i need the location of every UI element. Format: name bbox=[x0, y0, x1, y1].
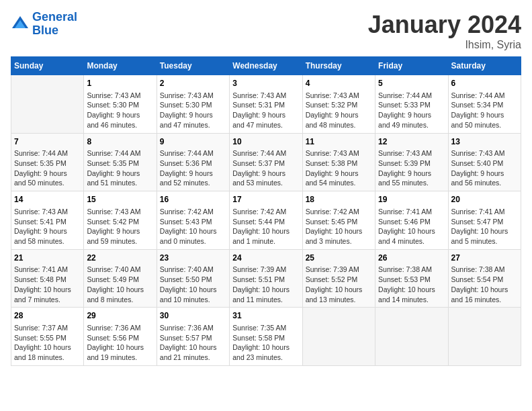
calendar-cell bbox=[448, 308, 521, 366]
cell-detail: and 8 minutes. bbox=[87, 295, 153, 305]
header-cell-sunday: Sunday bbox=[11, 57, 84, 75]
calendar-cell: 13Sunrise: 7:43 AMSunset: 5:40 PMDayligh… bbox=[448, 133, 521, 191]
cell-detail: Sunset: 5:38 PM bbox=[306, 158, 372, 169]
cell-detail: Sunrise: 7:42 AM bbox=[232, 207, 299, 217]
cell-detail: Sunrise: 7:44 AM bbox=[232, 148, 299, 158]
cell-detail: Sunrise: 7:42 AM bbox=[306, 207, 372, 217]
day-number: 4 bbox=[306, 78, 372, 89]
cell-detail: and 50 minutes. bbox=[14, 178, 81, 188]
cell-detail: Sunset: 5:47 PM bbox=[451, 217, 518, 227]
cell-detail: and 51 minutes. bbox=[87, 178, 153, 188]
cell-detail: and 58 minutes. bbox=[14, 236, 81, 246]
day-number: 9 bbox=[160, 136, 226, 148]
day-number: 26 bbox=[378, 253, 445, 264]
day-number: 18 bbox=[306, 194, 372, 205]
calendar-cell: 9Sunrise: 7:44 AMSunset: 5:36 PMDaylight… bbox=[157, 133, 229, 191]
cell-detail: Sunrise: 7:39 AM bbox=[306, 265, 372, 275]
cell-detail: and 5 minutes. bbox=[451, 236, 518, 246]
cell-detail: Sunset: 5:32 PM bbox=[306, 100, 372, 110]
header-cell-tuesday: Tuesday bbox=[157, 57, 229, 75]
cell-detail: Daylight: 10 hours bbox=[14, 285, 81, 295]
header-cell-monday: Monday bbox=[84, 57, 157, 75]
calendar-cell: 14Sunrise: 7:43 AMSunset: 5:41 PMDayligh… bbox=[11, 191, 84, 250]
calendar-cell: 3Sunrise: 7:43 AMSunset: 5:31 PMDaylight… bbox=[230, 75, 302, 134]
calendar-cell: 2Sunrise: 7:43 AMSunset: 5:30 PMDaylight… bbox=[157, 75, 229, 134]
cell-detail: Sunset: 5:35 PM bbox=[14, 158, 81, 169]
header: General Blue January 2024 Ihsim, Syria bbox=[11, 11, 521, 51]
cell-detail: Sunrise: 7:38 AM bbox=[451, 265, 518, 275]
cell-detail: Sunset: 5:46 PM bbox=[378, 217, 445, 227]
cell-detail: Daylight: 10 hours bbox=[160, 285, 226, 295]
day-number: 31 bbox=[232, 310, 299, 322]
week-row-1: 1Sunrise: 7:43 AMSunset: 5:30 PMDaylight… bbox=[11, 75, 521, 134]
cell-detail: Daylight: 9 hours bbox=[306, 110, 372, 120]
day-number: 5 bbox=[378, 78, 445, 89]
cell-detail: Sunrise: 7:44 AM bbox=[14, 148, 81, 158]
week-row-2: 7Sunrise: 7:44 AMSunset: 5:35 PMDaylight… bbox=[11, 133, 521, 191]
cell-detail: Sunset: 5:42 PM bbox=[87, 217, 153, 227]
cell-detail: Sunrise: 7:37 AM bbox=[14, 323, 81, 333]
calendar-cell: 27Sunrise: 7:38 AMSunset: 5:54 PMDayligh… bbox=[448, 249, 521, 308]
cell-detail: and 59 minutes. bbox=[87, 236, 153, 246]
cell-detail: Daylight: 9 hours bbox=[232, 110, 299, 120]
cell-detail: Sunrise: 7:41 AM bbox=[378, 207, 445, 217]
cell-detail: Sunrise: 7:44 AM bbox=[378, 91, 445, 101]
cell-detail: Sunset: 5:34 PM bbox=[451, 100, 518, 110]
cell-detail: and 55 minutes. bbox=[378, 178, 445, 188]
calendar-cell: 5Sunrise: 7:44 AMSunset: 5:33 PMDaylight… bbox=[375, 75, 448, 134]
cell-detail: Daylight: 9 hours bbox=[160, 169, 226, 179]
header-cell-friday: Friday bbox=[375, 57, 448, 75]
cell-detail: Daylight: 10 hours bbox=[160, 226, 226, 236]
cell-detail: and 4 minutes. bbox=[378, 236, 445, 246]
day-number: 2 bbox=[160, 78, 226, 89]
day-number: 3 bbox=[232, 78, 299, 89]
header-row: SundayMondayTuesdayWednesdayThursdayFrid… bbox=[11, 57, 521, 75]
calendar-cell: 22Sunrise: 7:40 AMSunset: 5:49 PMDayligh… bbox=[84, 249, 157, 308]
header-cell-wednesday: Wednesday bbox=[230, 57, 302, 75]
header-cell-thursday: Thursday bbox=[302, 57, 375, 75]
cell-detail: and 21 minutes. bbox=[160, 353, 226, 363]
day-number: 21 bbox=[14, 253, 81, 264]
calendar-cell: 6Sunrise: 7:44 AMSunset: 5:34 PMDaylight… bbox=[448, 75, 521, 134]
day-number: 30 bbox=[160, 310, 226, 322]
cell-detail: and 19 minutes. bbox=[87, 353, 153, 363]
day-number: 24 bbox=[232, 253, 299, 264]
cell-detail: Sunrise: 7:42 AM bbox=[160, 207, 226, 217]
cell-detail: Sunset: 5:48 PM bbox=[14, 275, 81, 285]
day-number: 1 bbox=[87, 78, 153, 89]
calendar-header: SundayMondayTuesdayWednesdayThursdayFrid… bbox=[11, 57, 521, 75]
calendar-cell: 11Sunrise: 7:43 AMSunset: 5:38 PMDayligh… bbox=[302, 133, 375, 191]
calendar-cell: 7Sunrise: 7:44 AMSunset: 5:35 PMDaylight… bbox=[11, 133, 84, 191]
cell-detail: Sunset: 5:41 PM bbox=[14, 217, 81, 227]
day-number: 20 bbox=[451, 194, 518, 205]
calendar-cell: 28Sunrise: 7:37 AMSunset: 5:55 PMDayligh… bbox=[11, 308, 84, 366]
calendar-table: SundayMondayTuesdayWednesdayThursdayFrid… bbox=[11, 56, 521, 366]
calendar-cell bbox=[11, 75, 84, 134]
calendar-cell bbox=[302, 308, 375, 366]
cell-detail: and 53 minutes. bbox=[232, 178, 299, 188]
cell-detail: Sunrise: 7:44 AM bbox=[87, 148, 153, 158]
cell-detail: Sunrise: 7:43 AM bbox=[306, 91, 372, 101]
cell-detail: Sunrise: 7:44 AM bbox=[160, 148, 226, 158]
calendar-cell: 23Sunrise: 7:40 AMSunset: 5:50 PMDayligh… bbox=[157, 249, 229, 308]
calendar-cell: 18Sunrise: 7:42 AMSunset: 5:45 PMDayligh… bbox=[302, 191, 375, 250]
cell-detail: and 56 minutes. bbox=[451, 178, 518, 188]
calendar-cell: 26Sunrise: 7:38 AMSunset: 5:53 PMDayligh… bbox=[375, 249, 448, 308]
cell-detail: and 0 minutes. bbox=[160, 236, 226, 246]
cell-detail: and 10 minutes. bbox=[160, 295, 226, 305]
cell-detail: Sunset: 5:33 PM bbox=[378, 100, 445, 110]
cell-detail: and 47 minutes. bbox=[232, 120, 299, 130]
calendar-cell bbox=[375, 308, 448, 366]
cell-detail: Daylight: 9 hours bbox=[378, 110, 445, 120]
day-number: 22 bbox=[87, 253, 153, 264]
calendar-cell: 8Sunrise: 7:44 AMSunset: 5:35 PMDaylight… bbox=[84, 133, 157, 191]
cell-detail: Daylight: 10 hours bbox=[160, 342, 226, 353]
cell-detail: and 48 minutes. bbox=[306, 120, 372, 130]
week-row-3: 14Sunrise: 7:43 AMSunset: 5:41 PMDayligh… bbox=[11, 191, 521, 250]
cell-detail: Sunset: 5:43 PM bbox=[160, 217, 226, 227]
calendar-cell: 4Sunrise: 7:43 AMSunset: 5:32 PMDaylight… bbox=[302, 75, 375, 134]
cell-detail: Sunrise: 7:41 AM bbox=[14, 265, 81, 275]
cell-detail: and 52 minutes. bbox=[160, 178, 226, 188]
cell-detail: and 1 minute. bbox=[232, 236, 299, 246]
cell-detail: and 16 minutes. bbox=[451, 295, 518, 305]
